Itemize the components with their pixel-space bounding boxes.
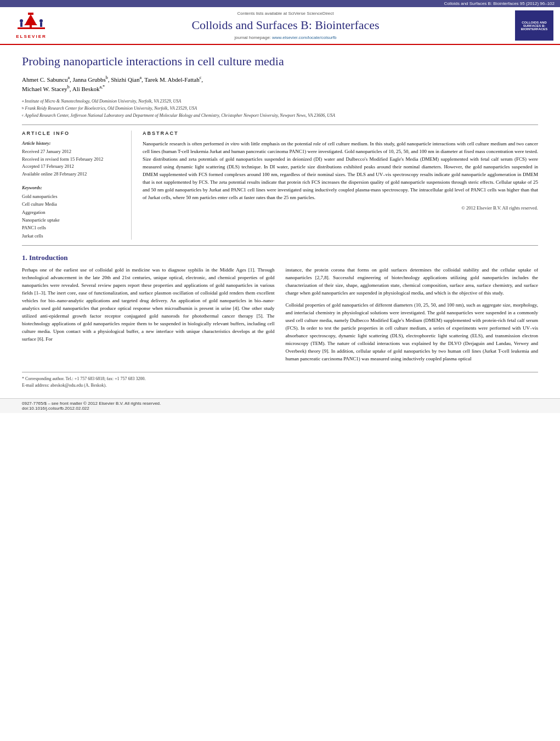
svg-rect-8 (40, 22, 42, 27)
intro-paragraph-2: instance, the protein corona that forms … (286, 267, 539, 297)
info-abstract-section: ARTICLE INFO Article history: Received 2… (22, 131, 538, 240)
history-label: Article history: (22, 140, 122, 146)
sup-a: a (67, 76, 70, 81)
footnote-area: * Corresponding author. Tel.: +1 757 683… (22, 372, 538, 390)
svg-point-7 (39, 19, 43, 22)
elsevier-logo: ELSEVIER (7, 10, 56, 41)
article-history: Received 27 January 2012 Received in rev… (22, 148, 122, 178)
journal-logo-text: COLLOIDS AND SURFACES B: BIOINTERFACES (517, 21, 551, 31)
svg-point-5 (20, 19, 23, 22)
article-info-header: ARTICLE INFO (22, 131, 122, 136)
contents-label: Contents lists available at SciVerse Sci… (237, 11, 333, 16)
doi-line: doi:10.1016/j.colsurfb.2012.02.022 (22, 406, 538, 411)
journal-logo-right: COLLOIDS AND SURFACES B: BIOINTERFACES (515, 10, 553, 41)
affil-a: a Institute of Micro & Nanotechnology, O… (22, 98, 538, 105)
journal-homepage: journal homepage: www.elsevier.com/locat… (56, 35, 515, 40)
sup-a2: a (139, 76, 142, 81)
affil-c: c Applied Research Center, Jefferson Nat… (22, 112, 538, 120)
svg-rect-4 (28, 13, 33, 15)
affil-sup-b: b (22, 105, 24, 112)
intro-paragraph-1: Perhaps one of the earliest use of collo… (22, 267, 275, 343)
affil-b: b Frank Reidy Research Center for Bioele… (22, 105, 538, 112)
article-title: Probing nanoparticle interactions in cel… (22, 54, 538, 70)
intro-right-col: instance, the protein corona that forms … (286, 267, 539, 363)
intro-left-col: Perhaps one of the earliest use of collo… (22, 267, 275, 363)
intro-title: 1. Introduction (22, 253, 538, 262)
keyword-5: PANC1 cells (22, 224, 122, 231)
journal-title: Colloids and Surfaces B: Biointerfaces (56, 18, 515, 32)
received-date: Received 27 January 2012 (22, 148, 122, 156)
keyword-4: Nanoparticle uptake (22, 216, 122, 224)
svg-marker-3 (24, 18, 37, 25)
affiliations: a Institute of Micro & Nanotechnology, O… (22, 98, 538, 119)
keyword-1: Gold nanoparticles (22, 193, 122, 200)
keywords-list: Gold nanoparticles Cell culture Media Ag… (22, 193, 122, 240)
affil-text-a: Institute of Micro & Nanotechnology, Old… (25, 98, 181, 105)
introduction-section: 1. Introduction Perhaps one of the earli… (22, 253, 538, 363)
accepted-date: Accepted 17 February 2012 (22, 163, 122, 171)
author-names: Ahmet C. Sabuncua, Janna Grubbsb, Shizhi… (22, 76, 203, 92)
journal-center-info: Contents lists available at SciVerse Sci… (56, 11, 515, 39)
email-footnote: E-mail address: abeskok@odu.edu (A. Besk… (22, 382, 538, 389)
journal-citation-bar: Colloids and Surfaces B: Biointerfaces 9… (0, 0, 560, 7)
keyword-6: Jurkat cells (22, 232, 122, 240)
corresponding-author: * Corresponding author. Tel.: +1 757 683… (22, 376, 538, 383)
svg-rect-6 (20, 22, 22, 27)
sup-b2: b (67, 85, 70, 90)
affil-text-b: Frank Reidy Research Center for Bioelect… (25, 105, 197, 112)
authors: Ahmet C. Sabuncua, Janna Grubbsb, Shizhi… (22, 75, 538, 94)
homepage-label: journal homepage: (235, 35, 271, 40)
abstract-header: ABSTRACT (143, 131, 538, 136)
page: Colloids and Surfaces B: Biointerfaces 9… (0, 0, 560, 741)
intro-two-col: Perhaps one of the earliest use of collo… (22, 267, 538, 363)
revised-date: Received in revised form 15 February 201… (22, 156, 122, 163)
affil-sup-c: c (22, 112, 24, 120)
sup-a3: a,* (100, 85, 105, 90)
affil-text-c: Applied Research Center, Jefferson Natio… (25, 112, 335, 120)
issn-line: 0927-7765/$ – see front matter © 2012 El… (22, 401, 538, 406)
bottom-bar: 0927-7765/$ – see front matter © 2012 El… (0, 398, 560, 413)
abstract-text: Nanoparticle research is often performed… (143, 140, 538, 202)
journal-citation: Colloids and Surfaces B: Biointerfaces 9… (444, 1, 555, 6)
section-divider-1 (22, 245, 538, 246)
keywords-label: Keywords: (22, 185, 122, 190)
article-body: Probing nanoparticle interactions in cel… (0, 45, 560, 398)
abstract-col: ABSTRACT Nanoparticle research is often … (143, 131, 538, 240)
online-date: Available online 28 February 2012 (22, 171, 122, 178)
journal-header: ELSEVIER Contents lists available at Sci… (0, 7, 560, 45)
elsevier-text-label: ELSEVIER (16, 34, 47, 39)
keyword-2: Cell culture Media (22, 200, 122, 208)
affil-sup-a: a (22, 98, 24, 105)
svg-rect-0 (18, 27, 45, 29)
elsevier-tree-icon (15, 12, 48, 33)
homepage-url[interactable]: www.elsevier.com/locate/colsurfb (272, 35, 336, 40)
sup-c: c (200, 76, 202, 81)
header-divider (22, 125, 538, 125)
sciverse-line: Contents lists available at SciVerse Sci… (56, 11, 515, 16)
article-info-col: ARTICLE INFO Article history: Received 2… (22, 131, 132, 240)
keyword-3: Aggregation (22, 208, 122, 216)
sup-b: b (106, 76, 108, 81)
copyright-line: © 2012 Elsevier B.V. All rights reserved… (143, 205, 538, 211)
intro-paragraph-3: Colloidal properties of gold nanoparticl… (286, 302, 539, 363)
